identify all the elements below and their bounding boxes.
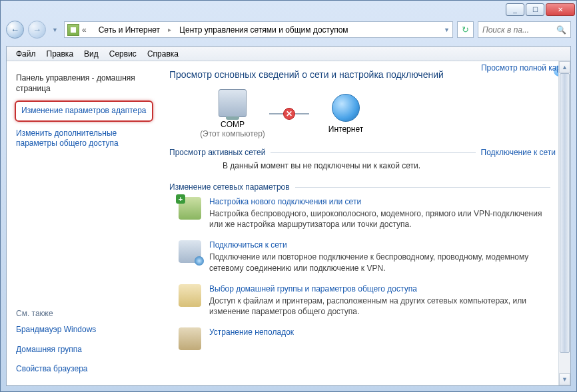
menu-edit[interactable]: Правка [41,48,79,60]
task-setup-connection-link[interactable]: Настройка нового подключения или сети [209,197,556,206]
maximize-icon: ☐ [532,6,538,13]
sidebar-see-also-heading: См. также [16,309,153,318]
back-icon: ← [11,25,19,35]
maximize-button[interactable]: ☐ [526,3,544,16]
map-pc-sublabel: (Этот компьютер) [196,129,269,138]
connect-to-network-link[interactable]: Подключение к сети [481,148,556,157]
network-map: COMP (Этот компьютер) ✕ Интернет [196,89,556,138]
menu-service[interactable]: Сервис [104,48,142,60]
minimize-icon: _ [513,6,517,13]
address-bar[interactable]: « Сеть и Интернет ▸ Центр управления сет… [64,21,453,38]
sidebar-control-panel-home[interactable]: Панель управления - домашняя страница [15,71,153,97]
back-button[interactable]: ← [6,21,24,39]
setup-connection-icon [179,197,201,220]
refresh-icon: ↻ [462,25,469,35]
search-input[interactable] [482,25,554,35]
map-this-pc[interactable]: COMP (Этот компьютер) [196,89,269,138]
task-connect-network-link[interactable]: Подключиться к сети [209,240,556,250]
main-content: Просмотр основных сведений о сети и наст… [161,61,570,385]
close-icon: ✕ [558,6,563,13]
control-panel-icon [67,24,79,36]
task-troubleshoot: Устранение неполадок [169,327,556,350]
x-icon: ✕ [286,109,292,118]
chevron-down-icon: ▼ [52,27,58,33]
forward-button[interactable]: → [28,21,46,39]
sidebar-browser-properties[interactable]: Свойства браузера [15,361,153,377]
sidebar: Панель управления - домашняя страница Из… [7,61,161,385]
breadcrumb-sharing-center[interactable]: Центр управления сетями и общим доступом [179,25,348,35]
search-icon: 🔍 [556,25,566,35]
task-setup-connection-desc: Настройка беспроводного, широкополосного… [209,208,556,230]
sidebar-change-adapter-settings[interactable]: Изменение параметров адаптера [15,100,153,122]
menu-view[interactable]: Вид [79,48,104,60]
breadcrumb-chevron[interactable]: ▸ [168,26,171,33]
scroll-up-button[interactable]: ▲ [559,61,570,73]
map-connection-line: ✕ [269,113,309,114]
change-settings-heading: Изменение сетевых параметров [169,182,290,192]
map-internet-label: Интернет [309,124,382,134]
connect-network-icon [179,240,201,263]
sidebar-homegroup[interactable]: Домашняя группа [15,342,153,358]
forward-icon: → [33,25,41,35]
history-dropdown-button[interactable]: ▼ [50,21,60,39]
address-dropdown[interactable]: ▼ [444,27,450,33]
scroll-down-button[interactable]: ▼ [559,373,570,385]
close-button[interactable]: ✕ [546,3,575,16]
minimize-button[interactable]: _ [506,3,524,16]
troubleshoot-icon [179,327,201,350]
task-homegroup-desc: Доступ к файлам и принтерам, расположенн… [209,295,556,317]
divider [295,187,550,188]
computer-icon [219,89,247,117]
scrollbar[interactable]: ▲ ▼ [558,61,570,385]
menu-file[interactable]: Файл [11,48,41,60]
refresh-button[interactable]: ↻ [457,21,474,38]
menu-bar: Файл Правка Вид Сервис Справка [7,47,570,61]
menu-help[interactable]: Справка [142,48,184,60]
map-pc-label: COMP [196,120,269,129]
sidebar-advanced-sharing[interactable]: Изменить дополнительные параметры общего… [15,126,153,152]
scroll-thumb[interactable] [560,73,570,353]
task-setup-connection: Настройка нового подключения или сети На… [169,197,556,230]
divider [271,152,475,153]
map-internet[interactable]: Интернет [309,94,382,134]
no-connection-text: В данный момент вы не подключены ни к ка… [223,161,556,170]
task-troubleshoot-link[interactable]: Устранение неполадок [209,327,294,337]
task-homegroup-link[interactable]: Выбор домашней группы и параметров общег… [209,284,556,294]
breadcrumb-network[interactable]: Сеть и Интернет [99,25,160,35]
task-connect-network: Подключиться к сети Подключение или повт… [169,240,556,273]
no-connection-icon: ✕ [283,108,295,120]
view-full-map-link[interactable]: Просмотр полной карты [481,63,570,73]
breadcrumb-up[interactable]: « [82,25,87,35]
homegroup-icon [179,284,201,307]
task-homegroup: Выбор домашней группы и параметров общег… [169,284,556,317]
search-box[interactable]: 🔍 [478,21,571,38]
sidebar-windows-firewall[interactable]: Брандмауэр Windows [15,322,153,338]
globe-icon [332,94,360,122]
active-networks-heading: Просмотр активных сетей [169,148,265,157]
task-connect-network-desc: Подключение или повторное подключение к … [209,252,556,273]
